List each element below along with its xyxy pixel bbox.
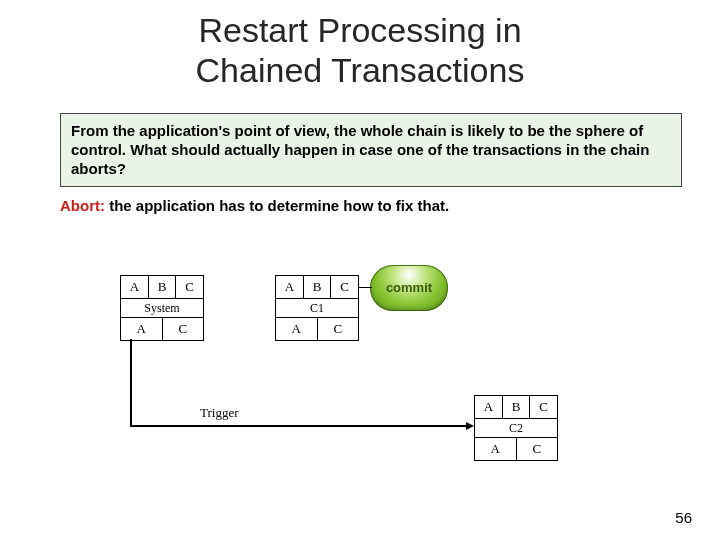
block-system-header: A B C <box>121 276 203 298</box>
block-c2-label: C2 <box>475 418 557 437</box>
block-c1: A B C C1 A C <box>275 275 359 341</box>
cell: A <box>475 396 503 418</box>
cell: A <box>276 276 304 298</box>
cell: C <box>530 396 557 418</box>
arrow-icon <box>466 422 474 430</box>
abort-line: Abort: the application has to determine … <box>60 197 660 214</box>
intro-box: From the application's point of view, th… <box>60 113 682 187</box>
cell: B <box>304 276 332 298</box>
cell: A <box>121 276 149 298</box>
block-c2-header: A B C <box>475 396 557 418</box>
cell: C <box>517 438 558 460</box>
title-line-2: Chained Transactions <box>196 51 525 89</box>
block-c1-footer: A C <box>276 317 358 340</box>
block-c1-label: C1 <box>276 298 358 317</box>
slide-title: Restart Processing in Chained Transactio… <box>0 10 720 90</box>
title-line-1: Restart Processing in <box>198 11 521 49</box>
page-number: 56 <box>675 509 692 526</box>
block-c2: A B C C2 A C <box>474 395 558 461</box>
cell: C <box>331 276 358 298</box>
connector-line <box>130 425 466 427</box>
intro-text: From the application's point of view, th… <box>71 122 649 177</box>
cell: C <box>318 318 359 340</box>
block-c2-footer: A C <box>475 437 557 460</box>
block-system-label: System <box>121 298 203 317</box>
cell: B <box>149 276 177 298</box>
cell: A <box>475 438 517 460</box>
cell: A <box>121 318 163 340</box>
cell: A <box>276 318 318 340</box>
commit-label: commit <box>386 280 432 295</box>
abort-rest: the application has to determine how to … <box>105 197 449 214</box>
diagram-area: A B C System A C A B C C1 A C commit A B… <box>0 275 720 525</box>
cell: C <box>176 276 203 298</box>
connector-line <box>358 287 372 288</box>
commit-badge: commit <box>370 265 448 311</box>
block-system: A B C System A C <box>120 275 204 341</box>
abort-label: Abort: <box>60 197 105 214</box>
connector-line <box>130 339 132 425</box>
trigger-label: Trigger <box>200 405 239 421</box>
block-c1-header: A B C <box>276 276 358 298</box>
cell: C <box>163 318 204 340</box>
block-system-footer: A C <box>121 317 203 340</box>
cell: B <box>503 396 531 418</box>
